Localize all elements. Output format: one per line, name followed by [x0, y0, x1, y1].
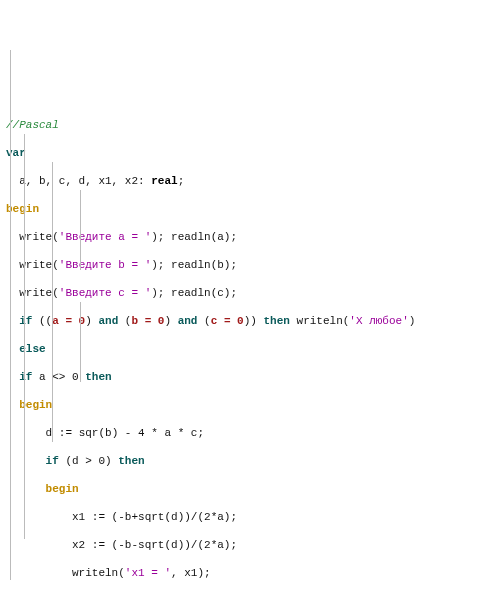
kw-var: var	[6, 147, 26, 159]
fn-readln: readln	[171, 287, 211, 299]
code-line: x1 := (-b+sqrt(d))/(2*a);	[6, 510, 500, 524]
kw-and: and	[98, 315, 118, 327]
type-real: real	[151, 175, 177, 187]
code-line: writeln('x1 = ', x1);	[6, 566, 500, 580]
kw-then: then	[85, 371, 111, 383]
kw-and: and	[178, 315, 198, 327]
fn-writeln: writeln	[72, 567, 118, 579]
code-line: write('Введите c = '); readln(c);	[6, 286, 500, 300]
fn-sqrt: sqrt	[138, 539, 164, 551]
str: 'Введите c = '	[59, 287, 151, 299]
code-line: d := sqr(b) - 4 * a * c;	[6, 426, 500, 440]
code-line: if (d > 0) then	[6, 454, 500, 468]
str: 'X любое'	[349, 315, 408, 327]
cond-b0: b = 0	[131, 315, 164, 327]
code-line: begin	[6, 482, 500, 496]
code-line: x2 := (-b-sqrt(d))/(2*a);	[6, 538, 500, 552]
kw-begin: begin	[46, 483, 79, 495]
fn-sqrt: sqrt	[138, 511, 164, 523]
code-line: a, b, c, d, x1, x2: real;	[6, 174, 500, 188]
expr: a <> 0	[39, 371, 79, 383]
fn-writeln: writeln	[297, 315, 343, 327]
kw-if: if	[46, 455, 59, 467]
var-names: a, b, c, d, x1, x2	[19, 175, 138, 187]
code-line: begin	[6, 398, 500, 412]
fn-readln: readln	[171, 259, 211, 271]
code-line: var	[6, 146, 500, 160]
kw-if: if	[19, 371, 32, 383]
code-line: //Pascal	[6, 118, 500, 132]
kw-then: then	[264, 315, 290, 327]
str: 'Введите b = '	[59, 259, 151, 271]
comment: //Pascal	[6, 119, 59, 131]
fn-readln: readln	[171, 231, 211, 243]
code-editor: //Pascal var a, b, c, d, x1, x2: real; b…	[0, 0, 500, 590]
cond-c0: c = 0	[211, 315, 244, 327]
fn-sqr: sqr	[79, 427, 99, 439]
kw-if: if	[19, 315, 32, 327]
str: 'x1 = '	[125, 567, 171, 579]
str: 'Введите a = '	[59, 231, 151, 243]
kw-then: then	[118, 455, 144, 467]
expr: (d > 0)	[65, 455, 111, 467]
